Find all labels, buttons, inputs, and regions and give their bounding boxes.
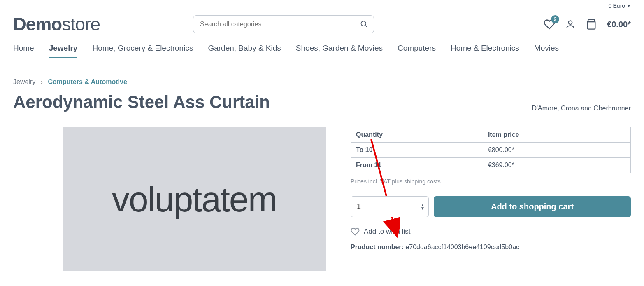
breadcrumb-parent[interactable]: Jewelry [13,78,35,85]
table-row: To 10 €800.00* [351,143,631,158]
heart-icon [351,227,360,236]
add-to-cart-button[interactable]: Add to shopping cart [434,196,631,217]
table-row: From 11 €369.00* [351,158,631,173]
currency-label: € Euro [608,2,625,9]
th-quantity: Quantity [351,127,483,143]
cell-price: €800.00* [483,143,630,158]
product-number-value: e70dda6accf14003b6ee4109cad5b0ac [405,244,519,251]
bag-icon [586,19,597,30]
main-nav: Home Jewelry Home, Grocery & Electronics… [0,36,644,63]
cell-qty: To 10 [351,143,483,158]
breadcrumb-current[interactable]: Computers & Automotive [48,78,127,85]
cart-total: €0.00* [607,20,631,29]
svg-point-0 [361,21,366,26]
cart-button[interactable] [586,19,597,30]
breadcrumb: Jewelry › Computers & Automotive [0,63,644,89]
price-note: Prices incl. VAT plus shipping costs [351,178,631,185]
cell-qty: From 11 [351,158,483,173]
nav-movies[interactable]: Movies [534,44,559,58]
svg-line-1 [365,26,367,28]
product-image-text: voluptatem [112,179,277,220]
wishlist-label: Add to wish list [364,227,410,236]
product-image[interactable]: voluptatem [63,127,326,271]
user-icon [565,19,576,30]
nav-computers[interactable]: Computers [398,44,436,58]
wishlist-button[interactable]: 2 [544,19,555,30]
svg-point-2 [569,21,572,24]
nav-jewelry[interactable]: Jewelry [49,44,78,58]
quantity-input[interactable] [351,196,429,217]
nav-garden-baby-kids[interactable]: Garden, Baby & Kids [208,44,281,58]
product-number: Product number: e70dda6accf14003b6ee4109… [351,244,631,251]
th-price: Item price [483,127,630,143]
product-brand[interactable]: D'Amore, Crona and Oberbrunner [532,105,631,112]
nav-shoes-garden-movies[interactable]: Shoes, Garden & Movies [296,44,383,58]
chevron-right-icon: › [41,78,43,85]
nav-home-electronics[interactable]: Home & Electronics [451,44,519,58]
search-icon[interactable] [360,20,368,28]
account-button[interactable] [565,19,576,30]
cell-price: €369.00* [483,158,630,173]
logo[interactable]: Demostore [13,14,100,35]
product-title: Aerodynamic Steel Ass Curtain [13,92,270,112]
nav-home-grocery-electronics[interactable]: Home, Grocery & Electronics [92,44,193,58]
wishlist-badge: 2 [551,15,559,23]
quantity-stepper[interactable]: ▲▼ [421,204,425,210]
add-to-wishlist-button[interactable]: Add to wish list [351,227,631,236]
table-header-row: Quantity Item price [351,127,631,143]
search-input[interactable] [193,15,374,33]
logo-light: store [62,14,100,34]
price-table: Quantity Item price To 10 €800.00* From … [351,127,631,173]
product-number-label: Product number: [351,244,404,251]
currency-selector[interactable]: € Euro ▼ [608,2,631,9]
logo-bold: Demo [13,14,62,34]
chevron-down-icon: ▼ [627,4,631,8]
nav-home[interactable]: Home [13,44,34,58]
